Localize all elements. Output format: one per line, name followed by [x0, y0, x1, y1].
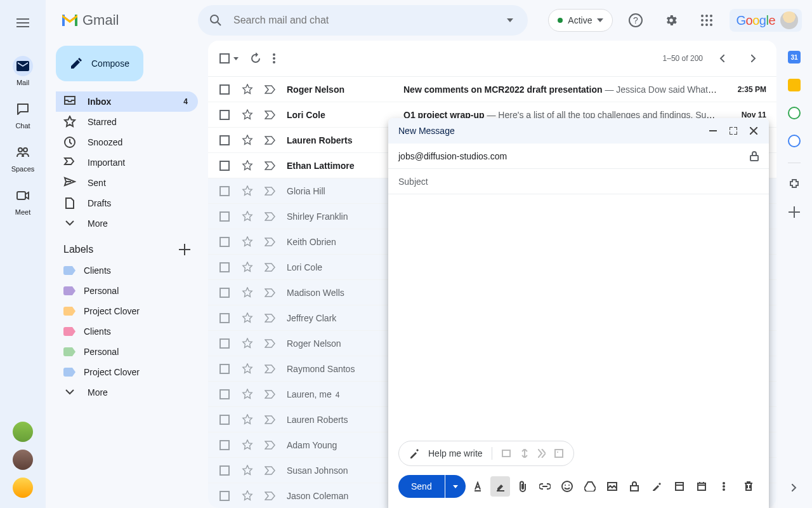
important-button[interactable] [264, 83, 277, 96]
refresh-button[interactable] [250, 53, 261, 64]
next-page-button[interactable] [741, 46, 766, 71]
send-options-button[interactable] [445, 475, 466, 498]
label-item[interactable]: Clients [56, 260, 198, 281]
label-item[interactable]: Project Clover [56, 362, 198, 382]
folder-more[interactable]: More [56, 213, 198, 234]
label-item[interactable]: Project Clover [56, 301, 198, 321]
select-all-checkbox[interactable] [218, 52, 231, 65]
row-checkbox[interactable] [218, 388, 231, 401]
star-button[interactable] [241, 109, 254, 121]
star-button[interactable] [241, 159, 254, 172]
row-checkbox[interactable] [218, 337, 231, 350]
subject-input[interactable] [398, 177, 759, 187]
star-button[interactable] [241, 490, 254, 502]
important-button[interactable] [264, 185, 277, 197]
important-button[interactable] [264, 210, 277, 223]
close-button[interactable] [746, 123, 761, 138]
star-button[interactable] [241, 337, 254, 350]
more-button[interactable] [273, 53, 275, 64]
calendar-addon[interactable]: 31 [788, 51, 801, 64]
important-button[interactable] [264, 312, 277, 324]
star-button[interactable] [241, 286, 254, 299]
prev-page-button[interactable] [709, 46, 735, 71]
important-button[interactable] [264, 439, 277, 451]
label-item[interactable]: More [56, 382, 198, 403]
expand-side-panel-button[interactable] [784, 478, 804, 498]
minimize-button[interactable] [705, 123, 721, 138]
confidential-button[interactable] [624, 476, 644, 497]
row-checkbox[interactable] [218, 236, 231, 248]
row-checkbox[interactable] [218, 490, 231, 502]
important-button[interactable] [264, 109, 277, 121]
important-button[interactable] [264, 286, 277, 299]
contact-avatar[interactable] [13, 478, 33, 498]
important-button[interactable] [264, 363, 277, 375]
shorten-icon[interactable] [520, 449, 529, 458]
row-checkbox[interactable] [218, 109, 231, 121]
important-button[interactable] [264, 337, 277, 350]
emoji-button[interactable] [558, 476, 577, 497]
row-checkbox[interactable] [218, 413, 231, 426]
main-menu-button[interactable] [10, 10, 36, 36]
signature-button[interactable] [647, 476, 667, 497]
row-checkbox[interactable] [218, 439, 231, 451]
star-button[interactable] [241, 312, 254, 324]
label-item[interactable]: Personal [56, 342, 198, 362]
contact-avatar[interactable] [13, 450, 33, 470]
text-format-button[interactable] [468, 476, 488, 497]
folder-starred[interactable]: Starred [56, 112, 198, 132]
star-button[interactable] [241, 236, 254, 248]
star-button[interactable] [241, 134, 254, 147]
important-button[interactable] [264, 413, 277, 426]
important-button[interactable] [264, 490, 277, 502]
row-checkbox[interactable] [218, 134, 231, 147]
row-checkbox[interactable] [218, 464, 231, 477]
photo-button[interactable] [602, 476, 622, 497]
rail-item-mail[interactable]: Mail [5, 51, 41, 91]
folder-inbox[interactable]: Inbox4 [56, 91, 198, 112]
support-button[interactable]: ? [623, 8, 648, 33]
more-tools-button[interactable] [714, 476, 733, 497]
add-label-button[interactable] [179, 244, 190, 255]
search-options-button[interactable] [497, 8, 523, 33]
star-button[interactable] [241, 439, 254, 451]
important-button[interactable] [264, 236, 277, 248]
star-button[interactable] [241, 185, 254, 197]
folder-sent[interactable]: Sent [56, 173, 198, 193]
star-button[interactable] [241, 83, 254, 96]
rail-item-spaces[interactable]: Spaces [5, 137, 41, 178]
status-pill[interactable]: Active [548, 9, 613, 32]
lock-icon[interactable] [750, 151, 759, 161]
row-checkbox[interactable] [218, 363, 231, 375]
send-button[interactable]: Send [398, 475, 445, 498]
label-item[interactable]: Personal [56, 281, 198, 301]
apps-button[interactable] [694, 8, 719, 33]
star-button[interactable] [241, 210, 254, 223]
row-checkbox[interactable] [218, 312, 231, 324]
folder-drafts[interactable]: Drafts [56, 193, 198, 213]
search-input[interactable] [233, 15, 492, 26]
star-button[interactable] [241, 464, 254, 477]
row-checkbox[interactable] [218, 83, 231, 96]
draft-icon[interactable] [554, 449, 563, 458]
rail-item-chat[interactable]: Chat [5, 94, 41, 135]
star-button[interactable] [241, 388, 254, 401]
text-highlight-button[interactable] [490, 476, 510, 497]
elaborate-icon[interactable] [538, 449, 546, 458]
important-button[interactable] [264, 134, 277, 147]
drive-button[interactable] [580, 476, 599, 497]
gmail-logo[interactable]: Gmail [61, 12, 188, 29]
important-button[interactable] [264, 261, 277, 274]
schedule-button[interactable] [691, 476, 711, 497]
folder-snoozed[interactable]: Snoozed [56, 132, 198, 152]
attach-button[interactable] [513, 476, 532, 497]
row-checkbox[interactable] [218, 286, 231, 299]
row-checkbox[interactable] [218, 210, 231, 223]
important-button[interactable] [264, 464, 277, 477]
contact-avatar[interactable] [13, 422, 33, 442]
email-row[interactable]: Roger Nelson New comments on MCR2022 dra… [208, 76, 776, 102]
rail-item-meet[interactable]: Meet [5, 180, 41, 221]
addon-extension-icon[interactable] [788, 178, 801, 191]
account-button[interactable]: Google [730, 9, 802, 32]
row-checkbox[interactable] [218, 185, 231, 197]
